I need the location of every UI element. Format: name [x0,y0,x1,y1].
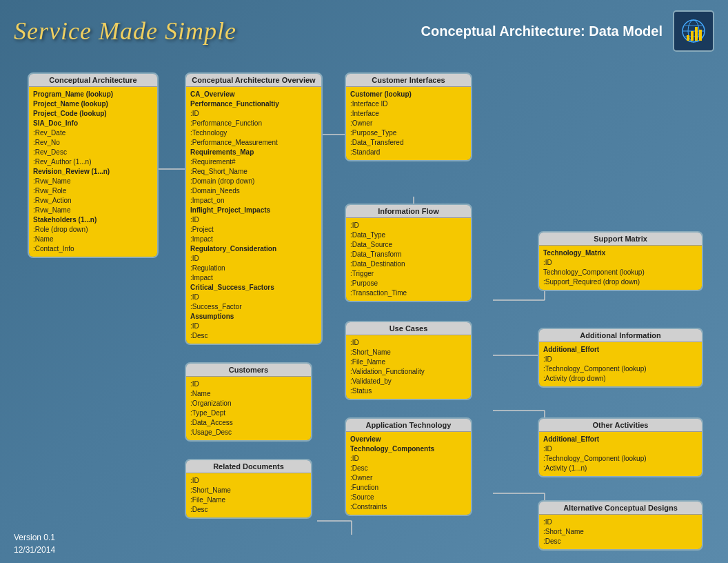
cust-body: :ID :Name :Organization :Type_Dept :Data… [186,377,311,440]
cao-header: Conceptual Architecture Overview [186,74,321,87]
other-activities-box: Other Activities Additional_Effort :ID :… [538,417,703,477]
ad-header: Alternative Conceptual Designs [539,502,702,515]
ca-header: Conceptual Architecture [29,74,157,87]
use-cases-box: Use Cases :ID :Short_Name :File_Name :Va… [345,321,472,400]
information-flow-box: Information Flow :ID :Data_Type :Data_So… [345,204,472,302]
customer-interfaces-box: Customer Interfaces Customer (lookup) :I… [345,72,472,161]
uc-header: Use Cases [346,322,471,335]
if-header: Information Flow [346,205,471,218]
application-technology-box: Application Technology Overview Technolo… [345,417,472,516]
at-header: Application Technology [346,419,471,432]
svg-rect-9 [699,30,702,41]
ad-body: :ID :Short_Name :Desc [539,515,702,549]
header: Service Made Simple Conceptual Architect… [0,0,728,62]
related-documents-box: Related Documents :ID :Short_Name :File_… [185,459,312,519]
rd-body: :ID :Short_Name :File_Name :Desc [186,473,311,517]
svg-rect-8 [695,27,698,41]
version-date: 12/31/2014 [14,544,55,556]
ci-body: Customer (lookup) :Interface ID :Interfa… [346,87,471,160]
page-title: Conceptual Architecture: Data Model [421,23,663,39]
support-matrix-box: Support Matrix Technology_Matrix :ID Tec… [538,231,703,291]
cust-header: Customers [186,364,311,377]
oa-header: Other Activities [539,419,702,432]
content-area: Conceptual Architecture Program_Name (lo… [7,66,721,556]
ai-header: Additional Information [539,329,702,342]
svg-rect-7 [691,31,694,41]
globe-icon [673,10,714,52]
uc-body: :ID :Short_Name :File_Name :Validation_F… [346,335,471,399]
alternative-designs-box: Alternative Conceptual Designs :ID :Shor… [538,500,703,551]
ca-body: Program_Name (lookup) Project_Name (look… [29,87,157,257]
additional-information-box: Additional Information Additional_Effort… [538,328,703,388]
if-body: :ID :Data_Type :Data_Source :Data_Transf… [346,218,471,301]
header-right: Conceptual Architecture: Data Model [421,10,714,52]
sm-header: Support Matrix [539,233,702,246]
conceptual-architecture-box: Conceptual Architecture Program_Name (lo… [28,72,159,258]
cao-body: CA_Overview Performance_Functionaltiy :I… [186,87,321,344]
svg-rect-6 [687,35,689,41]
rd-header: Related Documents [186,460,311,473]
ca-overview-box: Conceptual Architecture Overview CA_Over… [185,72,323,345]
version-info: Version 0.1 12/31/2014 [14,531,55,556]
sm-body: Technology_Matrix :ID Technology_Compone… [539,246,702,290]
oa-body: Additional_Effort :ID :Technology_Compon… [539,432,702,476]
customers-box: Customers :ID :Name :Organization :Type_… [185,362,312,442]
ci-header: Customer Interfaces [346,74,471,87]
ai-body: Additional_Effort :ID :Technology_Compon… [539,342,702,386]
version-number: Version 0.1 [14,531,55,544]
logo: Service Made Simple [14,17,236,46]
at-body: Overview Technology_Components :ID :Desc… [346,432,471,515]
